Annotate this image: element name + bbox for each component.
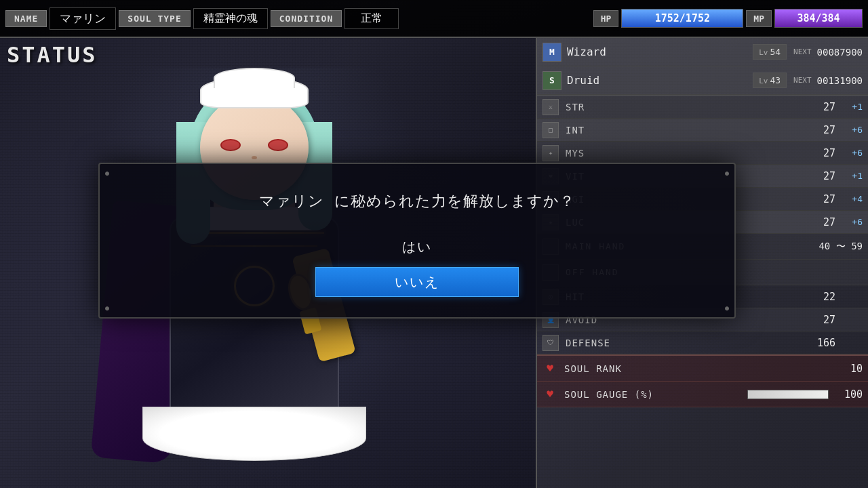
soul-rank-value: 10 (835, 363, 863, 375)
int-value: 27 (808, 124, 835, 136)
main-hand-value: 40 〜 59 (818, 241, 863, 253)
soul-gauge-label: SOUL GAUGE (%) (564, 389, 747, 400)
main-class-name: Wizard (567, 45, 753, 58)
class-section: M Wizard Lv54 NEXT 00087900 S Druid Lv43… (537, 38, 868, 96)
main-class-row: M Wizard Lv54 NEXT 00087900 (537, 38, 868, 66)
soul-rank-row: ♥ SOUL RANK 10 (537, 356, 868, 382)
dialog-box: ● ● マァリン に秘められた力を解放しますか？ はい いいえ (98, 163, 736, 319)
mp-value: 384/384 (797, 12, 840, 24)
defense-label: DEFENSE (566, 338, 808, 348)
mp-label: MP (746, 10, 772, 27)
dialog-corner-tr: ● (725, 169, 729, 177)
avoid-value: 27 (808, 314, 835, 326)
defense-icon: 🛡 (542, 335, 559, 351)
mys-icon: ✦ (542, 145, 559, 161)
hp-bar-container: 1752/1752 (621, 9, 743, 28)
str-icon: ⚔ (542, 99, 559, 115)
str-value: 27 (808, 101, 835, 113)
mys-value: 27 (808, 147, 835, 159)
sub-class-badge: S (542, 71, 561, 90)
sub-class-next-label: NEXT (793, 76, 812, 85)
stat-row-int: □ INT 27 +6 (537, 119, 868, 142)
main-class-next-label: NEXT (793, 47, 812, 56)
dialog-question: マァリン に秘められた力を解放しますか？ (120, 191, 714, 211)
name-label: NAME (5, 10, 47, 27)
soul-gauge-icon: ♥ (542, 387, 557, 402)
soul-type-value: 精霊神の魂 (193, 8, 268, 29)
mys-bonus: +6 (835, 148, 863, 158)
soul-gauge-row: ♥ SOUL GAUGE (%) 100 (537, 382, 868, 407)
dialog-options: はい いいえ (120, 232, 714, 297)
luc-bonus: +6 (835, 217, 863, 227)
sub-class-name: Druid (567, 74, 753, 87)
agi-bonus: +4 (835, 194, 863, 204)
dialog-yes-button[interactable]: はい (315, 232, 519, 262)
dialog-no-button[interactable]: いいえ (315, 267, 519, 297)
character-name: マァリン (50, 7, 116, 30)
sub-class-level: Lv43 (753, 73, 787, 88)
hit-value: 22 (808, 291, 835, 303)
soul-gauge-bar (747, 390, 829, 399)
soul-type-label: SOUL TYPE (119, 10, 190, 27)
condition-value: 正常 (344, 8, 399, 29)
soul-gauge-value: 100 (835, 388, 863, 401)
stat-row-defense: 🛡 DEFENSE 166 (537, 331, 868, 354)
hp-value: 1752/1752 (655, 12, 710, 24)
str-label: STR (566, 102, 808, 113)
mys-label: MYS (566, 148, 808, 159)
soul-rank-label: SOUL RANK (564, 363, 835, 374)
soul-gauge-fill (748, 390, 828, 399)
luc-value: 27 (808, 216, 835, 228)
soul-rank-icon: ♥ (542, 361, 557, 376)
int-icon: □ (542, 122, 559, 138)
vit-value: 27 (808, 170, 835, 182)
hp-mp-section: HP 1752/1752 MP 384/384 (593, 9, 863, 28)
sub-class-exp: 00131900 (817, 75, 863, 86)
soul-section: ♥ SOUL RANK 10 ♥ SOUL GAUGE (%) 100 (537, 354, 868, 407)
sub-class-row: S Druid Lv43 NEXT 00131900 (537, 66, 868, 95)
int-bonus: +6 (835, 125, 863, 135)
status-title: STATUS (7, 42, 98, 68)
hp-label: HP (593, 10, 619, 27)
mp-bar-container: 384/384 (774, 9, 863, 28)
stat-row-mys: ✦ MYS 27 +6 (537, 142, 868, 165)
top-bar: NAME マァリン SOUL TYPE 精霊神の魂 CONDITION 正常 H… (0, 0, 868, 38)
main-class-level: Lv54 (753, 44, 787, 60)
main-class-exp: 00087900 (817, 47, 863, 58)
dialog-corner-br: ● (725, 304, 729, 312)
defense-value: 166 (808, 337, 835, 349)
vit-bonus: +1 (835, 171, 863, 181)
str-bonus: +1 (835, 102, 863, 112)
main-class-badge: M (542, 43, 561, 62)
condition-label: CONDITION (271, 10, 342, 27)
stat-row-str: ⚔ STR 27 +1 (537, 96, 868, 119)
agi-value: 27 (808, 193, 835, 205)
int-label: INT (566, 125, 808, 136)
